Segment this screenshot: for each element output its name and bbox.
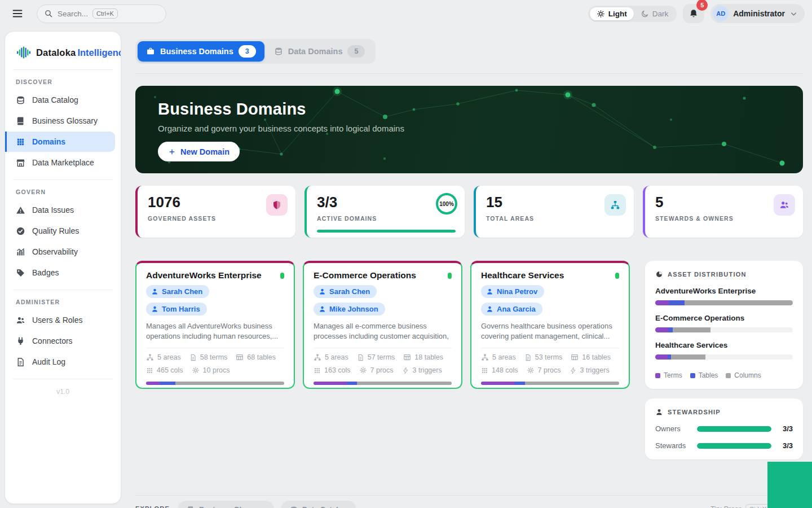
sidebar-item-observability[interactable]: Observability [5,242,115,262]
person-icon [319,288,326,295]
search-icon [44,9,53,18]
lightning-icon [402,367,409,374]
user-name: Administrator [733,9,785,18]
notifications-button[interactable]: 5 [683,4,704,23]
domain-name: E-Commerce Operations [314,270,416,281]
database-icon [16,95,25,105]
theme-dark-button[interactable]: Dark [634,7,676,20]
database-icon [290,506,298,508]
sidebar-item-quality-rules[interactable]: Quality Rules [5,221,115,241]
table-icon [571,353,579,361]
green-toast-overlay[interactable] [767,462,812,508]
sitemap-icon [146,353,154,361]
sidebar-item-business-glossary[interactable]: Business Glossary [5,111,115,131]
progress-fill [697,426,771,432]
sidebar-item-connectors[interactable]: Connectors [5,331,115,351]
sidebar-item-data-catalog[interactable]: Data Catalog [5,90,115,110]
user-menu[interactable]: AD Administrator [710,4,805,23]
new-domain-button[interactable]: New Domain [158,142,240,161]
owner-pill[interactable]: Sarah Chen [146,285,209,298]
domain-header: E-Commerce Operations [314,270,452,281]
brand: DatalokaIntelligence [5,32,121,69]
topbar: Search... Ctrl+K Light Dark 5 AD Adminis… [0,0,812,27]
steward-name: Mike Johnson [329,305,378,313]
file-icon [189,354,197,361]
sidebar-item-label: Data Marketplace [32,158,94,167]
distribution-bar [655,327,793,332]
theme-light-label: Light [608,10,627,18]
tables-swatch [690,373,695,378]
distribution-domain-name: E-Commerce Operations [655,314,793,322]
tab-label: Business Domains [160,47,233,56]
domain-name: AdventureWorks Enterprise [146,270,262,281]
person-icon [319,305,326,313]
sidebar-item-audit-log[interactable]: Audit Log [5,352,115,372]
cols-stat: 465 cols [146,366,183,374]
asset-composition-bar [146,382,284,385]
owner-name: Nina Petrov [497,287,537,296]
book-icon [187,506,195,508]
distribution-domain-name: AdventureWorks Enterprise [655,287,793,295]
page-subtitle: Organize and govern your business concep… [158,124,803,133]
users-icon [16,316,25,325]
tab-business-domains[interactable]: Business Domains 3 [138,41,264,62]
stat-card-active-domains: 3/3 ACTIVE DOMAINS 100% [304,186,465,238]
sidebar-item-domains[interactable]: Domains [5,132,115,152]
steward-pill[interactable]: Tom Harris [146,303,207,316]
domain-stats-row: 5 areas 53 terms 16 tables [481,353,619,361]
sun-icon [597,10,605,18]
areas-stat: 5 areas [481,353,516,361]
tables-segment [515,382,525,385]
sidebar-item-data-issues[interactable]: Data Issues [5,200,115,220]
sidebar-section-govern: GOVERN [5,180,121,199]
brand-suffix: Intelligence [77,47,121,58]
sidebar-item-data-marketplace[interactable]: Data Marketplace [5,152,115,173]
brand-wordmark: DatalokaIntelligence [36,47,121,58]
sitemap-icon [314,353,321,361]
person-icon [486,288,493,295]
file-icon [524,354,532,361]
row-label: Stewards [655,441,690,450]
sidebar-item-label: Audit Log [32,357,65,366]
cols-stat: 148 cols [481,366,518,374]
divider [314,348,452,348]
domain-card-healthcare[interactable]: Healthcare Services Nina Petrov Ana Garc… [470,261,630,389]
grid-icon [16,137,25,147]
explore-business-glossary-button[interactable]: Business Glossary [178,501,274,508]
sidebar-item-label: Data Catalog [32,95,78,104]
sidebar-item-users-roles[interactable]: Users & Roles [5,310,115,330]
procs-stat: 7 procs [359,366,394,374]
stat-card-stewards-owners: 5 STEWARDS & OWNERS [643,186,803,238]
owner-pill[interactable]: Sarah Chen [314,285,377,298]
tab-data-domains[interactable]: Data Domains 5 [266,41,374,62]
domain-stats-row: 5 areas 58 terms 68 tables [146,353,284,361]
search-input[interactable]: Search... Ctrl+K [37,5,166,23]
legend-tables: Tables [690,371,718,379]
explore-data-catalog-button[interactable]: Data Catalog [281,501,356,508]
sidebar-item-badges[interactable]: Badges [5,262,115,283]
steward-pill-row: Ana Garcia [481,303,619,316]
domain-card-ecommerce[interactable]: E-Commerce Operations Sarah Chen Mike Jo… [303,261,462,389]
panel-header: STEWARDSHIP [655,408,793,416]
file-icon [357,354,364,361]
person-icon [151,288,158,295]
menu-button[interactable] [10,6,25,21]
steward-pill[interactable]: Mike Johnson [314,303,385,316]
asset-composition-bar [314,382,452,385]
owner-pill[interactable]: Nina Petrov [481,285,544,298]
theme-light-button[interactable]: Light [590,7,634,20]
terms-segment [481,382,515,385]
tab-count-badge: 3 [239,45,256,58]
steward-pill[interactable]: Ana Garcia [481,303,542,316]
explore-links: Business Glossary Data Catalog [178,501,356,508]
gear-icon [527,366,535,374]
sitemap-icon [481,353,489,361]
domain-card-adventureworks[interactable]: AdventureWorks Enterprise Sarah Chen Tom… [135,261,295,389]
shield-icon [266,194,288,216]
briefcase-icon [146,47,155,56]
hamburger-icon [11,7,24,20]
domain-name: Healthcare Services [481,270,564,281]
columns-segment [685,300,793,305]
app-version: v1.0 [5,379,121,404]
main-content: Business Domains 3 Data Domains 5 [135,27,803,459]
